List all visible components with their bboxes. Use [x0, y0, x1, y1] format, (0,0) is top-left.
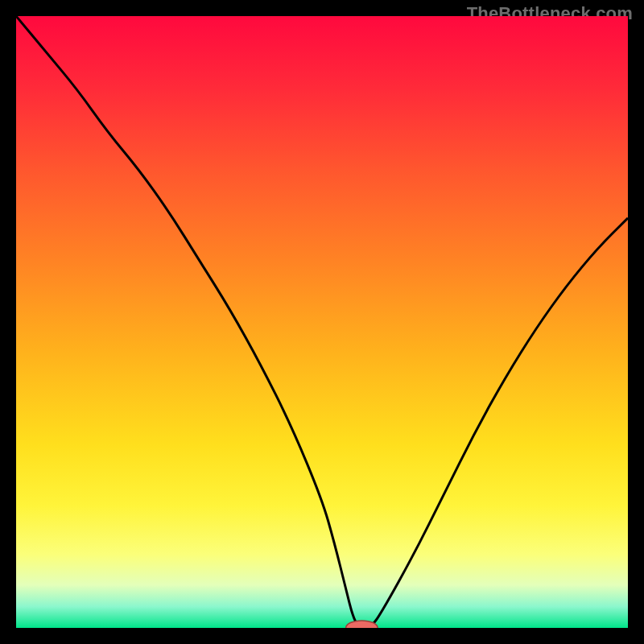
chart-stage: TheBottleneck.com — [0, 0, 644, 644]
plot-svg — [16, 16, 628, 628]
gradient-background — [16, 16, 628, 628]
plot-area — [16, 16, 628, 628]
